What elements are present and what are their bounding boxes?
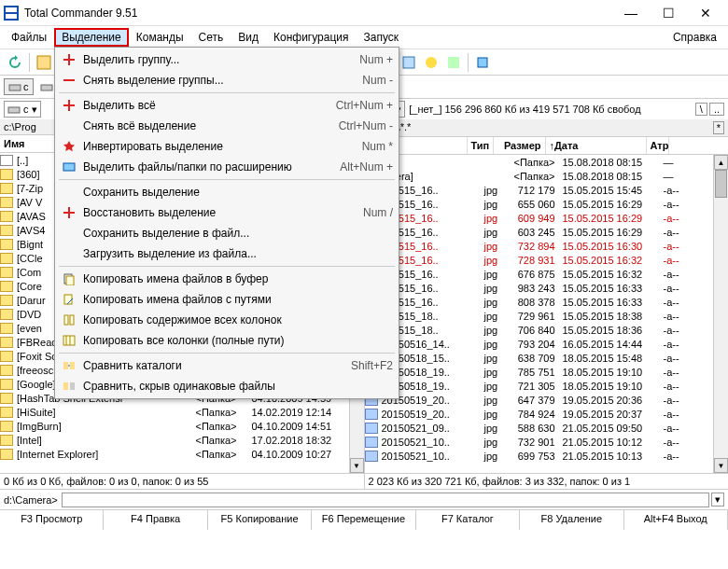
menu-help[interactable]: Справка bbox=[665, 28, 724, 47]
tool-icon[interactable] bbox=[472, 52, 493, 73]
menu-item[interactable]: Сохранить выделение bbox=[57, 182, 397, 202]
col-date[interactable]: ↑Дата bbox=[546, 137, 647, 154]
menu-item[interactable]: Восстановить выделениеNum / bbox=[57, 202, 397, 223]
list-item[interactable]: 20150521_10..jpg732 90121.05.2015 10:12-… bbox=[365, 435, 714, 449]
right-path[interactable]: amera\*.* bbox=[369, 121, 711, 134]
item-name: [HiSuite] bbox=[13, 407, 192, 418]
minimize-button[interactable]: — bbox=[612, 1, 650, 25]
right-rows[interactable]: <Папка>15.08.2018 08:15—amera]<Папка>15.… bbox=[365, 155, 714, 473]
menu-item[interactable]: Загрузить выделение из файла... bbox=[57, 243, 397, 264]
menu-run[interactable]: Запуск bbox=[357, 28, 407, 47]
tool-icon[interactable] bbox=[443, 52, 464, 73]
tool-icon[interactable] bbox=[399, 52, 419, 73]
menu-item[interactable]: Копировать все колонки (полные пути) bbox=[57, 330, 397, 351]
col-attr[interactable]: Атрибуты bbox=[647, 137, 669, 154]
maximize-button[interactable]: ☐ bbox=[650, 1, 687, 25]
path-up-button[interactable]: .. bbox=[709, 103, 724, 116]
left-drive-combo[interactable]: c ▾ bbox=[4, 101, 41, 118]
list-item[interactable]: 150515_16..jpg676 87515.05.2015 16:32-a-… bbox=[365, 267, 714, 281]
menu-item[interactable]: Инвертировать выделениеNum * bbox=[57, 136, 397, 157]
menu-item[interactable]: Выделить файлы/папки по расширениюAlt+Nu… bbox=[57, 157, 397, 177]
menu-item[interactable]: Копировать имена файлов с путями bbox=[57, 289, 397, 310]
menu-item[interactable]: Сравнить каталогиShift+F2 bbox=[57, 355, 397, 376]
list-item[interactable]: 150515_16..jpg712 17915.05.2015 15:45-a-… bbox=[365, 183, 714, 197]
menu-item[interactable]: Снять всё выделениеCtrl+Num - bbox=[57, 116, 397, 136]
item-date: 15.05.2015 18:38 bbox=[559, 311, 660, 322]
menu-item[interactable]: Снять выделение группы...Num - bbox=[57, 70, 397, 90]
menu-item[interactable]: Выделить всёCtrl+Num + bbox=[57, 95, 397, 116]
list-item[interactable]: 150515_16..jpg808 37815.05.2015 16:33-a-… bbox=[365, 295, 714, 309]
item-date: 15.05.2015 16:33 bbox=[559, 297, 660, 308]
menu-selection[interactable]: Выделение bbox=[54, 28, 129, 47]
fkey-f5[interactable]: F5 Копирование bbox=[208, 510, 312, 530]
right-col-header[interactable]: Тип Размер ↑Дата Атрибуты bbox=[365, 137, 729, 155]
fkey-f4[interactable]: F4 Правка bbox=[104, 510, 207, 530]
list-item[interactable]: 20150518_19..jpg721 30518.05.2015 19:10-… bbox=[365, 379, 714, 393]
menu-item[interactable]: Выделить группу...Num + bbox=[57, 49, 397, 70]
fkey-f3[interactable]: F3 Просмотр bbox=[0, 510, 104, 530]
svg-rect-40 bbox=[70, 382, 75, 390]
tool-icon[interactable] bbox=[421, 52, 441, 73]
item-date: 14.02.2019 12:14 bbox=[248, 407, 349, 418]
list-item[interactable]: [Intel]<Папка>17.02.2018 18:32 bbox=[0, 433, 349, 447]
col-size[interactable]: Размер bbox=[494, 137, 546, 154]
item-attr: -a-- bbox=[660, 353, 682, 364]
right-scrollbar[interactable]: ▲ ▼ bbox=[713, 155, 728, 473]
fkey-altf4[interactable]: Alt+F4 Выход bbox=[624, 510, 728, 530]
fkey-f6[interactable]: F6 Перемещение bbox=[312, 510, 415, 530]
menu-net[interactable]: Сеть bbox=[191, 28, 231, 47]
menu-view[interactable]: Вид bbox=[231, 28, 266, 47]
folder-icon bbox=[0, 449, 13, 460]
path-root-button[interactable]: \ bbox=[695, 103, 707, 116]
list-item[interactable]: <Папка>15.08.2018 08:15— bbox=[365, 155, 714, 169]
menu-commands[interactable]: Команды bbox=[129, 28, 191, 47]
cmdline-dropdown-icon[interactable]: ▾ bbox=[711, 493, 724, 507]
list-item[interactable]: amera]<Папка>15.08.2018 08:15— bbox=[365, 169, 714, 183]
list-item[interactable]: [Internet Explorer]<Папка>04.10.2009 10:… bbox=[0, 447, 349, 461]
list-item[interactable]: 20150516_14..jpg793 20416.05.2015 14:44-… bbox=[365, 337, 714, 351]
list-item[interactable]: 150515_18..jpg729 96115.05.2015 18:38-a-… bbox=[365, 309, 714, 323]
folder-icon bbox=[0, 435, 13, 446]
menu-item[interactable]: Копировать имена файлов в буфер bbox=[57, 269, 397, 289]
drive-c[interactable]: c bbox=[4, 78, 34, 95]
list-item[interactable]: 150515_16..jpg609 94915.05.2015 16:29-a-… bbox=[365, 211, 714, 225]
menu-item[interactable]: Сохранить выделение в файл... bbox=[57, 223, 397, 243]
list-item[interactable]: 150515_16..jpg732 89415.05.2015 16:30-a-… bbox=[365, 239, 714, 253]
menu-item-label: Восстановить выделение bbox=[83, 206, 363, 219]
menu-item-shortcut: Num - bbox=[362, 74, 393, 87]
list-item[interactable]: 150515_16..jpg983 24315.05.2015 16:33-a-… bbox=[365, 281, 714, 295]
item-name: 20150521_09.. bbox=[378, 423, 481, 434]
item-date: 17.02.2018 18:32 bbox=[248, 435, 349, 446]
tool-icon[interactable] bbox=[34, 52, 54, 73]
list-item[interactable]: 20150518_15..jpg638 70918.05.2015 15:48-… bbox=[365, 351, 714, 365]
list-item[interactable]: [ImgBurn]<Папка>04.10.2009 14:51 bbox=[0, 419, 349, 433]
item-date: 15.05.2015 18:36 bbox=[559, 325, 660, 336]
close-button[interactable]: ✕ bbox=[687, 1, 724, 25]
list-item[interactable]: 150515_16..jpg603 24515.05.2015 16:29-a-… bbox=[365, 225, 714, 239]
list-item[interactable]: 20150519_20..jpg784 92419.05.2015 20:37-… bbox=[365, 407, 714, 421]
list-item[interactable]: 20150518_19..jpg785 75118.05.2015 19:10-… bbox=[365, 365, 714, 379]
menu-files[interactable]: Файлы bbox=[4, 28, 54, 47]
fkey-f8[interactable]: F8 Удаление bbox=[520, 510, 623, 530]
list-item[interactable]: 150515_16..jpg728 93115.05.2015 16:32-a-… bbox=[365, 253, 714, 267]
list-item[interactable]: 150515_18..jpg706 84015.05.2015 18:36-a-… bbox=[365, 323, 714, 337]
menu-item-label: Копировать все колонки (полные пути) bbox=[83, 334, 393, 347]
item-size: 706 840 bbox=[507, 325, 559, 336]
list-item[interactable]: 20150521_09..jpg588 63021.05.2015 09:50-… bbox=[365, 421, 714, 435]
list-item[interactable]: 150515_16..jpg655 06015.05.2015 16:29-a-… bbox=[365, 197, 714, 211]
list-item[interactable]: 20150519_20..jpg647 37919.05.2015 20:36-… bbox=[365, 393, 714, 407]
cmdline-input[interactable] bbox=[62, 493, 709, 507]
menu-item[interactable]: Копировать содержимое всех колонок bbox=[57, 310, 397, 330]
col-type[interactable]: Тип bbox=[468, 137, 494, 154]
refresh-icon[interactable] bbox=[5, 52, 25, 73]
list-item[interactable]: [HiSuite]<Папка>14.02.2019 12:14 bbox=[0, 405, 349, 419]
path-dropdown-icon[interactable]: * bbox=[713, 121, 724, 134]
list-item[interactable]: 20150521_10..jpg699 75321.05.2015 10:13-… bbox=[365, 449, 714, 463]
fkey-f7[interactable]: F7 Каталог bbox=[416, 510, 520, 530]
menu-config[interactable]: Конфигурация bbox=[266, 28, 357, 47]
item-date: 15.05.2015 16:29 bbox=[559, 213, 660, 224]
compare-hide-icon bbox=[61, 379, 77, 394]
item-date: 15.05.2015 16:32 bbox=[559, 255, 660, 266]
item-size: 676 875 bbox=[507, 269, 559, 280]
menu-item[interactable]: Сравнить, скрыв одинаковые файлы bbox=[57, 376, 397, 396]
